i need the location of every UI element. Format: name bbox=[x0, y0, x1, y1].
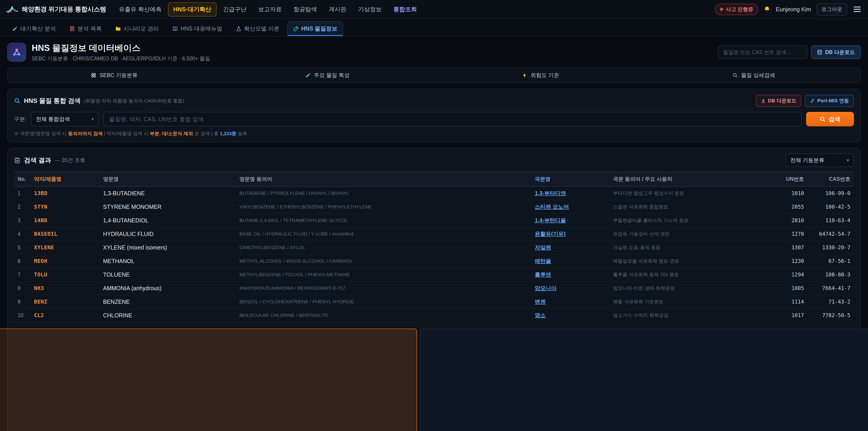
cell-abbr: BASEOIL bbox=[30, 227, 99, 241]
cell-abbr: MEOH bbox=[30, 254, 99, 268]
cell-abbr: TOLU bbox=[30, 268, 99, 281]
cell-kor[interactable]: 벤젠 bbox=[531, 295, 610, 308]
cell-kor[interactable]: 1,3-부타디엔 bbox=[531, 186, 610, 200]
table-row: 2STYNSTYRENE MONOMERVINYLBENZENE / ETHEN… bbox=[14, 200, 854, 214]
tab-6[interactable]: HNS 물질정보 bbox=[287, 21, 343, 36]
book-icon bbox=[173, 26, 178, 31]
quick-tab-label: 위험도 기준 bbox=[530, 72, 559, 79]
quick-tab-label: 주요 물질 특성 bbox=[314, 72, 349, 79]
cell-syn: BUTANE-1,4-DIOL / TETRAMETHYLENE GLYCOL bbox=[236, 214, 531, 227]
column-header-usage: 국문 동의어 / 주요 사용처 bbox=[610, 172, 771, 186]
incident-status-badge[interactable]: 사고 진행중 bbox=[715, 4, 758, 15]
cell-kor[interactable]: 자일렌 bbox=[531, 241, 610, 254]
column-header-kor: 국문명 bbox=[531, 172, 610, 186]
sub-tabbar: 대기확산 분석분석 목록시나리오 관리HNS 대응매뉴얼확산모델 이론HNS 물… bbox=[0, 19, 868, 36]
header-db-download-button[interactable]: DB 다운로드 bbox=[811, 45, 861, 59]
nav-item-2[interactable]: HNS·대기확산 bbox=[168, 2, 217, 17]
classification-filter-value: 전체 기동분류 bbox=[790, 157, 825, 164]
cell-kor[interactable]: 톨루엔 bbox=[531, 268, 610, 281]
page-header-text: HNS 물질정보 데이터베이스 SEBC 기동분류 · CHRIS/CAMEO … bbox=[32, 42, 210, 62]
portmis-link-button[interactable]: Port-MIS 연동 bbox=[805, 95, 854, 107]
results-panel: 검색 결과 — 20건 조회 전체 기동분류 ▾ No.약자/제품명영문명영문명… bbox=[7, 148, 861, 431]
quick-tab-3[interactable]: 위험도 기준 bbox=[434, 68, 647, 83]
page-header-actions: DB 다운로드 bbox=[718, 45, 861, 59]
cell-no: 2 bbox=[14, 200, 30, 214]
cell-usage: 톨루올·석유화학 용제·TDI 원료 bbox=[610, 268, 771, 281]
classification-filter-select[interactable]: 전체 기동분류 ▾ bbox=[785, 153, 854, 167]
pencil-icon bbox=[305, 72, 311, 78]
search-controls: 구분: 전체 통합검색 ▾ 검색 bbox=[14, 112, 854, 126]
doc-icon bbox=[69, 26, 75, 31]
nav-item-7[interactable]: 기상정보 bbox=[352, 2, 387, 17]
cell-usage: 암모니아·비료·냉매·화학원료 bbox=[610, 281, 771, 295]
cell-kor[interactable]: 메탄올 bbox=[531, 254, 610, 268]
nav-item-6[interactable]: 게시판 bbox=[323, 2, 352, 17]
logout-button[interactable]: 로그아웃 bbox=[816, 3, 847, 16]
cell-syn: DIMETHYLBENZENE / XYLOL bbox=[236, 241, 531, 254]
pagination-page-2[interactable]: 2 bbox=[420, 329, 868, 431]
cell-un: 1294 bbox=[771, 268, 808, 281]
cell-usage: 부타디엔·합성고무·합성수지 원료 bbox=[610, 186, 771, 200]
cell-un: 1005 bbox=[771, 281, 808, 295]
cell-un: 1230 bbox=[771, 254, 808, 268]
nav-item-8[interactable]: 통합조회 bbox=[388, 2, 422, 17]
search-helper: ※ 국문명/영문명 검색 시 동의어까지 검색 | 약자/제품명 검색 시 부분… bbox=[14, 130, 854, 137]
tab-5[interactable]: 확산모델 이론 bbox=[230, 21, 285, 36]
molecule-icon bbox=[7, 43, 26, 62]
pagination-page-1[interactable]: 1 bbox=[0, 329, 417, 431]
quick-tab-1[interactable]: SEBC 기동분류 bbox=[8, 68, 221, 83]
search-icon bbox=[733, 72, 738, 78]
cell-cas: 7782-50-5 bbox=[808, 308, 854, 322]
cell-kor[interactable]: 염소 bbox=[531, 308, 610, 322]
search-panel-note: (화물명·약자·제품명·동의어·CAS/UN번호 통합) bbox=[84, 98, 184, 104]
quick-tab-2[interactable]: 주요 물질 특성 bbox=[221, 68, 434, 83]
nav-item-4[interactable]: 보고자료 bbox=[253, 2, 287, 17]
table-row: 6MEOHMETHANOLMETHYL ALCOHOL / WOOD ALCOH… bbox=[14, 254, 854, 268]
tab-3[interactable]: 시나리오 관리 bbox=[110, 21, 165, 36]
unified-search-input[interactable] bbox=[103, 112, 802, 126]
table-row: 7TOLUTOLUENEMETHYLBENZENE / TOLUOL / PHE… bbox=[14, 268, 854, 281]
cell-kor[interactable]: 윤활유(기유) bbox=[531, 227, 610, 241]
cell-cas: 67-56-1 bbox=[808, 254, 854, 268]
category-select[interactable]: 전체 통합검색 ▾ bbox=[31, 112, 99, 126]
nav-item-3[interactable]: 긴급구난 bbox=[217, 2, 252, 17]
search-button-label: 검색 bbox=[829, 115, 840, 123]
helper-segment: 로 검색 | 총 bbox=[193, 131, 220, 136]
search-panel-title: HNS 물질 통합 검색 bbox=[24, 96, 81, 105]
nav-item-1[interactable]: 유출유 확산예측 bbox=[114, 2, 167, 17]
table-row: 5XYLENEXYLENE (mixed isomers)DIMETHYLBEN… bbox=[14, 241, 854, 254]
db-download-button[interactable]: DB 다운로드 bbox=[756, 95, 802, 107]
cell-cas: 108-88-3 bbox=[808, 268, 854, 281]
app-logo[interactable]: 해양환경 위기대응 통합시스템 bbox=[6, 5, 106, 13]
tab-label: 시나리오 관리 bbox=[123, 25, 159, 32]
cell-kor[interactable]: 암모니아 bbox=[531, 281, 610, 295]
quick-tab-4[interactable]: 물질 상세검색 bbox=[647, 68, 860, 83]
menu-icon[interactable] bbox=[852, 5, 862, 14]
bell-icon[interactable] bbox=[764, 6, 770, 13]
nav-item-5[interactable]: 항공탐색 bbox=[288, 2, 322, 17]
main-nav: 유출유 확산예측HNS·대기확산긴급구난보고자료항공탐색게시판기상정보통합조회 bbox=[114, 2, 423, 17]
tab-label: HNS 물질정보 bbox=[301, 25, 338, 32]
cell-usage: 유압유·가동장비·선박 엔진 bbox=[610, 227, 771, 241]
search-button[interactable]: 검색 bbox=[806, 112, 854, 126]
tab-2[interactable]: 분석 목록 bbox=[64, 21, 107, 36]
cell-kor[interactable]: 스티렌 모노머 bbox=[531, 200, 610, 214]
tab-label: HNS 대응매뉴얼 bbox=[181, 25, 222, 32]
category-label: 구분: bbox=[14, 116, 26, 123]
cell-no: 6 bbox=[14, 254, 30, 268]
tab-1[interactable]: 대기확산 분석 bbox=[6, 21, 62, 36]
cell-usage: 부틸렌글리콜·플라스틱 가소제 원료 bbox=[610, 214, 771, 227]
pencil-icon bbox=[12, 26, 18, 31]
pagination: ◀◀◀12▶▶▶ 1 / 2 페이지 bbox=[14, 329, 854, 431]
cell-syn: ANHYDROUS AMMONIA / REFRIGERANT R-717 bbox=[236, 281, 531, 295]
tab-4[interactable]: HNS 대응매뉴얼 bbox=[166, 21, 228, 36]
cell-kor[interactable]: 1,4-부탄디올 bbox=[531, 214, 610, 227]
column-header-no: No. bbox=[14, 172, 30, 186]
db-download-label: DB 다운로드 bbox=[768, 97, 797, 104]
cell-name: HYDRAULIC FLUID bbox=[99, 227, 236, 241]
cell-abbr: BENZ bbox=[30, 295, 99, 308]
navbar-right: 사고 진행중 Eunjeong Kim 로그아웃 bbox=[715, 3, 862, 16]
cell-cas: 64742-54-7 bbox=[808, 227, 854, 241]
column-header-cas: CAS번호 bbox=[808, 172, 854, 186]
header-search-input[interactable] bbox=[718, 45, 807, 59]
